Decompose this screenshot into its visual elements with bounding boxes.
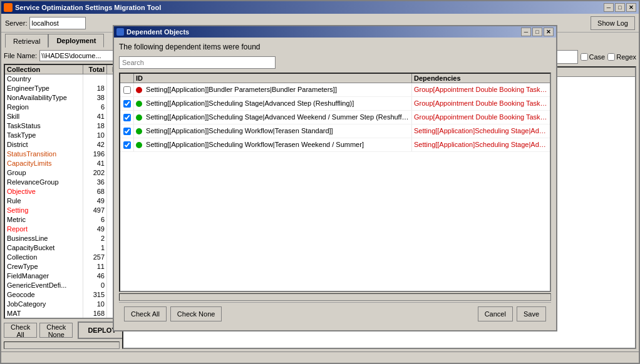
dialog-row: Setting[[Application]]Scheduling Workflo… [120,124,550,138]
dr-dep-4: Setting[[Application]Scheduling Stage|Ad… [412,138,550,151]
dr-check-1[interactable] [120,97,134,110]
row-checkbox-1[interactable] [123,100,131,108]
status-dot-1 [136,101,142,107]
dialog-subtitle: The following dependent items were found [119,43,551,51]
dr-id-0: Setting[[Application]]Bundler Parameters… [134,83,412,96]
dialog-save-button[interactable]: Save [517,306,546,321]
dialog-icon [116,28,124,36]
status-dot-3 [136,128,142,134]
dialog-title-bar: Dependent Objects ─ □ ✕ [114,26,556,38]
dr-dep-3: Setting[[Application]Scheduling Stage|Ad… [412,124,550,138]
dr-check-2[interactable] [120,111,134,124]
dr-dep-0: Group[Appointment Double Booking Tasks],… [412,83,550,96]
dr-check-4[interactable] [120,138,134,151]
dialog-title-controls: ─ □ ✕ [521,28,554,36]
row-checkbox-2[interactable] [123,114,131,121]
dr-id-2: Setting[[Application]]Scheduling Stage|A… [134,111,412,124]
dialog-footer: Check All Check None Cancel Save [119,302,551,325]
dr-id-3: Setting[[Application]]Scheduling Workflo… [134,124,412,138]
dialog-table-header: ID Dependencies [120,74,550,83]
status-dot-4 [136,142,142,148]
dr-dep-1: Group[Appointment Double Booking Tasks],… [412,97,550,110]
status-dot-0 [136,87,142,93]
dth-id: ID [134,74,412,83]
dr-id-4: Setting[[Application]]Scheduling Workflo… [134,138,412,151]
dialog-rows: Setting[[Application]]Bundler Parameters… [120,83,550,152]
dialog-row: Setting[[Application]]Scheduling Stage|A… [120,111,550,124]
dialog-row: Setting[[Application]]Scheduling Workflo… [120,138,550,152]
status-dot-2 [136,114,142,121]
dr-dep-2: Group[Appointment Double Booking Tasks],… [412,111,550,124]
row-checkbox-3[interactable] [123,128,131,135]
dialog-title-text: Dependent Objects [126,28,189,36]
dialog-search-input[interactable] [119,56,276,69]
dialog-maximize-button[interactable]: □ [532,28,542,36]
row-checkbox-0[interactable] [123,86,131,94]
dialog-row: Setting[[Application]]Bundler Parameters… [120,83,550,97]
dialog-check-all-button[interactable]: Check All [124,306,167,321]
row-checkbox-4[interactable] [123,141,131,149]
dialog-body: The following dependent items were found… [114,38,556,330]
dialog-table[interactable]: ID Dependencies Setting[[Application]]Bu… [119,73,551,292]
dialog-minimize-button[interactable]: ─ [521,28,531,36]
dth-dep: Dependencies [412,74,550,83]
dr-id-1: Setting[[Application]]Scheduling Stage|A… [134,97,412,110]
dialog-row: Setting[[Application]]Scheduling Stage|A… [120,97,550,111]
dialog-check-none-button[interactable]: Check None [170,306,222,321]
dialog-close-button[interactable]: ✕ [544,28,554,36]
dialog-scrollbar-h[interactable] [119,293,551,301]
dr-check-3[interactable] [120,124,134,138]
main-window: Service Optimization Settings Migration … [0,0,640,364]
dialog-overlay: Dependent Objects ─ □ ✕ The following de… [1,1,639,363]
dependent-objects-dialog: Dependent Objects ─ □ ✕ The following de… [113,25,557,331]
dialog-search-row [119,56,551,69]
dth-check [120,74,134,83]
dr-check-0[interactable] [120,83,134,96]
dialog-cancel-button[interactable]: Cancel [478,306,513,321]
